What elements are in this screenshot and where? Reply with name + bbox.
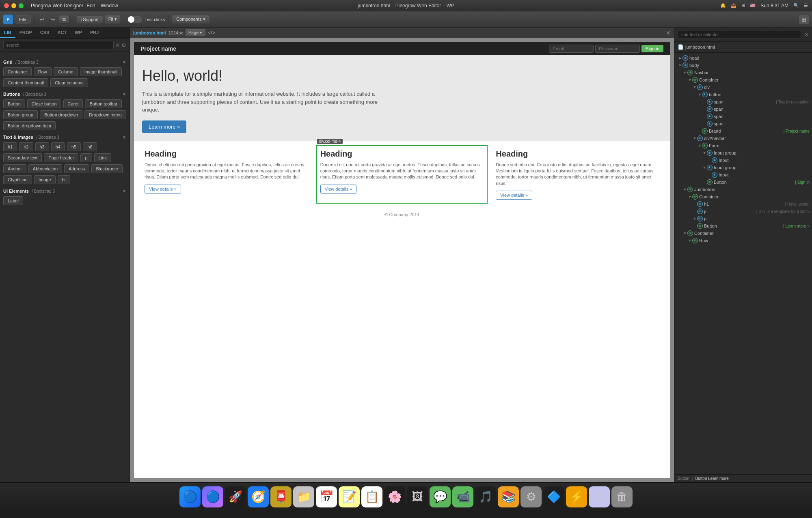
canvas-page-button[interactable]: Page ▾ <box>186 29 205 36</box>
tree-item-jumbotron[interactable]: ▼ 👁 Jumbotron <box>674 186 812 193</box>
tree-toggle[interactable]: ▼ <box>697 144 702 148</box>
tree-item-div-navbar[interactable]: ▼ 👁 div#navbar <box>674 135 812 142</box>
comp-glyphicon[interactable]: Glyphicon <box>3 175 32 184</box>
share-icon[interactable]: 📤 <box>731 3 736 8</box>
tree-visibility-icon[interactable]: 👁 <box>707 121 713 127</box>
tree-item-input-1[interactable]: 👁 Input <box>674 157 812 164</box>
comp-hr[interactable]: hr <box>58 175 71 184</box>
tree-item-container-content[interactable]: ▼ 👁 Container <box>674 230 812 237</box>
tree-toggle[interactable]: ▼ <box>692 217 697 221</box>
tree-visibility-icon[interactable]: 👁 <box>697 216 703 221</box>
tree-visibility-icon[interactable]: 👁 <box>697 201 703 207</box>
content-col-1[interactable]: Heading Donec id elit non mi porta gravi… <box>140 145 312 204</box>
comp-label[interactable]: Label <box>3 196 23 205</box>
dock-trash[interactable]: 🗑 <box>611 486 633 507</box>
support-button[interactable]: i Support <box>76 15 103 24</box>
tree-item-form[interactable]: ▼ 👁 Form <box>674 142 812 149</box>
dock-photos2[interactable]: 🖼 <box>407 486 428 507</box>
canvas-code-button[interactable]: </> <box>208 30 216 36</box>
dock-pinegrow[interactable]: 🔷 <box>543 486 564 507</box>
tree-visibility-icon[interactable]: 👁 <box>707 165 713 170</box>
tree-visibility-icon[interactable]: 👁 <box>697 223 703 229</box>
tree-item-input-group-2[interactable]: ▼ 👁 Input group <box>674 164 812 171</box>
search-settings-icon[interactable]: ⚙ <box>121 42 126 48</box>
search-input[interactable] <box>3 41 114 49</box>
comp-h1[interactable]: h1 <box>3 142 17 151</box>
tree-toggle[interactable]: ▼ <box>678 63 682 67</box>
col1-view-button[interactable]: View details » <box>145 185 181 193</box>
tree-toggle[interactable]: ▼ <box>702 151 707 155</box>
comp-button[interactable]: Button <box>3 99 25 108</box>
section-buttons-chevron[interactable]: ▼ <box>122 92 126 97</box>
tree-visibility-icon[interactable]: 👁 <box>687 230 693 236</box>
tree-item-p-template[interactable]: 👁 p | This is a template for a simpl <box>674 208 812 215</box>
tree-item-span-2[interactable]: 👁 span <box>674 113 812 120</box>
comp-h3[interactable]: h3 <box>35 142 49 151</box>
search-clear-icon[interactable]: ✕ <box>115 42 120 48</box>
tree-item-container-nav[interactable]: ▼ 👁 Container <box>674 76 812 84</box>
toggle-switch[interactable] <box>127 16 142 23</box>
dock-bolt[interactable]: ⚡ <box>566 486 587 507</box>
section-text-chevron[interactable]: ▼ <box>122 135 126 140</box>
tree-visibility-icon[interactable]: 👁 <box>707 179 713 185</box>
col3-view-button[interactable]: View details » <box>496 191 532 200</box>
comp-h5[interactable]: h5 <box>67 142 81 151</box>
section-ui-chevron[interactable]: ▼ <box>122 189 126 193</box>
tree-toggle[interactable]: ▼ <box>682 71 687 75</box>
tree-visibility-icon[interactable]: 👁 <box>707 99 713 105</box>
menu-edit[interactable]: Edit <box>86 3 95 9</box>
tree-toggle[interactable]: ▼ <box>702 166 707 170</box>
copy-button[interactable]: ⧉ <box>59 15 69 24</box>
canvas-preview[interactable]: Project name Sign in Hello, world! This … <box>134 42 670 478</box>
dock-notes[interactable]: 📝 <box>339 486 360 507</box>
comp-button-dropdown[interactable]: Button dropdown <box>40 110 82 119</box>
file-button[interactable]: File <box>15 15 31 24</box>
tree-visibility-icon[interactable]: 👁 <box>692 77 698 83</box>
dock-files[interactable]: 🗂 <box>589 486 610 507</box>
comp-column[interactable]: Column <box>54 67 78 76</box>
tree-toggle[interactable]: ▶ <box>678 56 682 60</box>
comp-dropdown-menu[interactable]: Dropdown menu <box>84 110 126 119</box>
tree-toggle[interactable]: ▼ <box>692 85 697 89</box>
tree-item-row[interactable]: ▼ 👁 Row <box>674 237 812 244</box>
tree-item-input-group-1[interactable]: ▼ 👁 Input group <box>674 149 812 157</box>
tree-visibility-icon[interactable]: 👁 <box>687 187 693 192</box>
tree-visibility-icon[interactable]: 👁 <box>682 62 688 68</box>
section-grid-chevron[interactable]: ▼ <box>122 60 126 64</box>
canvas-close-button[interactable]: ✕ <box>666 30 671 36</box>
col2-view-button[interactable]: View details » <box>320 185 357 193</box>
comp-anchor[interactable]: Anchor <box>3 164 26 173</box>
tree-item-input-2[interactable]: 👁 Input <box>674 171 812 178</box>
content-col-2[interactable]: div.col-md-4 Heading Donec id elit non m… <box>316 145 488 204</box>
nav-signin-button[interactable]: Sign in <box>641 45 663 52</box>
tab-prj[interactable]: PRJ <box>86 28 103 38</box>
tab-prop[interactable]: PROP <box>15 28 36 38</box>
comp-close-button[interactable]: Close button <box>27 99 61 108</box>
menu-icon[interactable]: ☰ <box>804 3 808 8</box>
tree-visibility-icon[interactable]: 👁 <box>707 150 713 156</box>
tree-item-body[interactable]: ▼ 👁 body <box>674 62 812 69</box>
tree-item-navbar[interactable]: ▼ 👁 Navbar <box>674 69 812 76</box>
close-button[interactable] <box>4 3 9 8</box>
comp-button-group[interactable]: Button group <box>3 110 38 119</box>
nav-email-input[interactable] <box>549 45 594 53</box>
dock-rocket[interactable]: 🚀 <box>225 486 246 507</box>
comp-container[interactable]: Container <box>3 67 32 76</box>
comp-content-thumbnail[interactable]: Content thumbnail <box>3 78 48 87</box>
tree-visibility-icon[interactable]: 👁 <box>687 70 693 75</box>
tree-toggle[interactable]: ▼ <box>687 78 692 82</box>
tree-item-button[interactable]: ▼ 👁 button <box>674 91 812 98</box>
notification-icon[interactable]: 🔔 <box>720 3 726 8</box>
tree-visibility-icon[interactable]: 👁 <box>682 55 688 61</box>
comp-row[interactable]: Row <box>34 67 52 76</box>
tree-toggle[interactable]: ▼ <box>687 239 692 243</box>
tree-visibility-icon[interactable]: 👁 <box>692 238 698 243</box>
fit-button[interactable]: Fit ▾ <box>105 15 121 24</box>
window-icon[interactable]: ⊞ <box>741 3 745 8</box>
tree-toggle[interactable]: ▼ <box>682 231 687 235</box>
comp-secondary-text[interactable]: Secondary text <box>3 153 42 162</box>
redo-button[interactable]: ↪ <box>48 15 57 24</box>
search-icon[interactable]: 🔍 <box>793 3 799 8</box>
comp-button-dropdown-item[interactable]: Button dropdown item <box>3 121 56 130</box>
tab-css[interactable]: CSS <box>36 28 54 38</box>
